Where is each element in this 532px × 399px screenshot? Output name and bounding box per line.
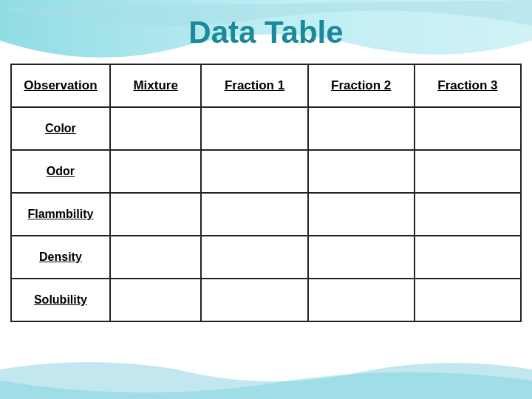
cell-r3-c0: [110, 236, 202, 279]
data-table: Observation Mixture Fraction 1 Fraction …: [10, 64, 522, 322]
header-fraction3: Fraction 3: [415, 64, 521, 107]
cell-observation-4: Solubility: [11, 279, 110, 321]
cell-r1-c1: [201, 150, 307, 193]
table-header-row: Observation Mixture Fraction 1 Fraction …: [11, 64, 521, 107]
table-row: Odor: [11, 150, 521, 193]
cell-r2-c1: [201, 193, 307, 236]
cell-r3-c1: [201, 236, 307, 279]
table-row: Density: [11, 236, 521, 279]
table-row: Color: [11, 107, 521, 150]
cell-r3-c3: [415, 236, 521, 279]
cell-r1-c3: [415, 150, 521, 193]
cell-r2-c0: [110, 193, 202, 236]
cell-r1-c0: [110, 150, 202, 193]
cell-r3-c2: [308, 236, 415, 279]
cell-r1-c2: [308, 150, 415, 193]
cell-r4-c1: [201, 279, 307, 321]
table-row: Flammbility: [11, 193, 521, 236]
header-fraction2: Fraction 2: [308, 64, 415, 107]
cell-r4-c3: [415, 279, 521, 321]
header-mixture: Mixture: [110, 64, 202, 107]
cell-r4-c2: [308, 279, 415, 321]
table-row: Solubility: [11, 279, 521, 321]
cell-r0-c1: [201, 107, 307, 150]
cell-observation-0: Color: [11, 107, 110, 150]
cell-r0-c2: [308, 107, 415, 150]
cell-observation-3: Density: [11, 236, 110, 279]
cell-r2-c3: [415, 193, 521, 236]
cell-r4-c0: [110, 279, 202, 321]
cell-observation-1: Odor: [11, 150, 110, 193]
cell-r0-c0: [110, 107, 202, 150]
header-observation: Observation: [11, 64, 110, 107]
page-title: Data Table: [10, 15, 522, 50]
cell-r0-c3: [415, 107, 521, 150]
cell-observation-2: Flammbility: [11, 193, 110, 236]
header-fraction1: Fraction 1: [201, 64, 307, 107]
cell-r2-c2: [308, 193, 415, 236]
